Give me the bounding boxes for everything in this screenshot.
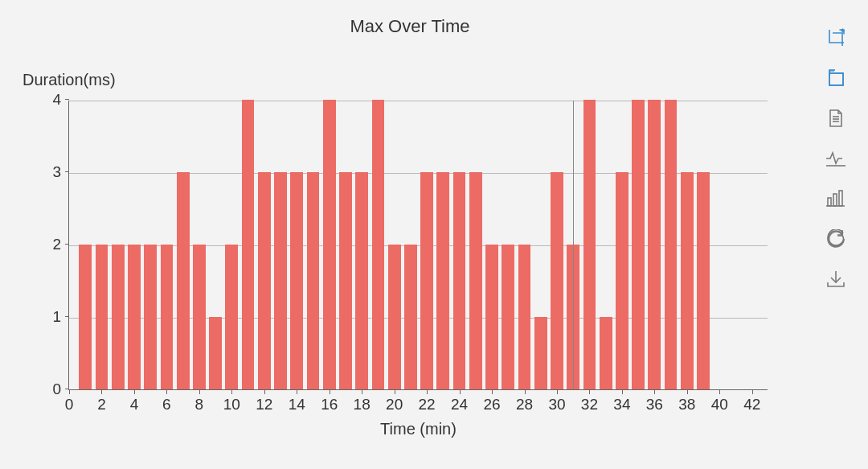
x-tick-mark	[557, 390, 558, 394]
x-tick-mark	[719, 390, 720, 394]
reset-zoom-button[interactable]	[826, 68, 845, 88]
bar[interactable]	[274, 172, 287, 389]
bar[interactable]	[665, 100, 678, 389]
svg-rect-3	[829, 73, 843, 85]
gridline	[69, 101, 768, 101]
bar[interactable]	[144, 245, 157, 389]
bar[interactable]	[502, 245, 514, 389]
chart-toolbar	[820, 0, 868, 469]
bar[interactable]	[404, 245, 417, 389]
bar-chart-icon	[826, 190, 845, 208]
bar[interactable]	[307, 172, 320, 389]
x-tick-mark	[362, 390, 362, 394]
x-tick-mark	[134, 390, 135, 394]
x-tick-mark	[199, 390, 200, 394]
x-axis-label: Time (min)	[380, 420, 457, 438]
chart-title: Max Over Time	[0, 16, 820, 37]
x-tick-mark	[264, 390, 265, 394]
chart-plot[interactable]: Time (min) 01234024681012141618202224262…	[68, 101, 768, 390]
x-tick-mark	[460, 390, 461, 394]
refresh-icon	[826, 229, 845, 249]
bar[interactable]	[225, 245, 238, 389]
gridline	[69, 318, 768, 319]
bar[interactable]	[242, 100, 255, 389]
reset-zoom-icon	[826, 68, 845, 88]
svg-rect-9	[833, 194, 837, 206]
y-tick-mark	[65, 244, 69, 245]
bar[interactable]	[697, 172, 710, 389]
x-tick-mark	[166, 390, 167, 394]
x-tick-mark	[101, 390, 102, 394]
x-tick-mark	[525, 390, 526, 394]
bar[interactable]	[79, 245, 92, 389]
bar[interactable]	[534, 317, 547, 389]
x-tick-mark	[231, 390, 232, 394]
bar-chart-button[interactable]	[826, 189, 845, 208]
bar[interactable]	[339, 172, 352, 389]
x-tick-mark	[589, 390, 590, 394]
y-tick-mark	[65, 171, 69, 172]
y-tick-mark	[65, 99, 69, 100]
bar[interactable]	[632, 100, 645, 389]
x-tick-mark	[330, 390, 330, 394]
y-tick-label: 1	[52, 308, 69, 326]
x-tick-mark	[492, 390, 493, 394]
bar[interactable]	[96, 245, 108, 389]
gridline	[69, 173, 768, 174]
cursor-line	[573, 101, 574, 389]
bar[interactable]	[485, 245, 498, 389]
bar[interactable]	[209, 317, 222, 389]
chart-area: Max Over Time Duration(ms) Time (min) 01…	[0, 0, 820, 469]
download-button[interactable]	[826, 269, 845, 289]
bar[interactable]	[420, 172, 433, 389]
bar[interactable]	[453, 172, 466, 389]
gridline	[69, 245, 768, 246]
bar[interactable]	[616, 172, 628, 389]
svg-rect-8	[828, 198, 831, 206]
y-tick-label: 2	[52, 236, 69, 253]
bar[interactable]	[388, 245, 401, 389]
x-tick-mark	[395, 390, 395, 394]
bar[interactable]	[112, 245, 125, 389]
svg-rect-10	[839, 191, 842, 206]
crop-button[interactable]	[826, 28, 845, 47]
bar[interactable]	[258, 172, 271, 389]
document-button[interactable]	[826, 109, 845, 128]
document-icon	[827, 109, 845, 128]
y-tick-label: 3	[52, 163, 69, 181]
x-tick-mark	[752, 390, 753, 394]
activity-icon	[825, 150, 846, 167]
bar[interactable]	[290, 172, 303, 389]
bar[interactable]	[681, 172, 694, 389]
x-tick-mark	[654, 390, 655, 394]
x-tick-mark	[687, 390, 688, 394]
x-tick-mark	[297, 390, 297, 394]
bar[interactable]	[355, 172, 368, 389]
bar[interactable]	[469, 172, 482, 389]
bar[interactable]	[583, 100, 596, 389]
bar[interactable]	[161, 245, 174, 389]
y-axis-label: Duration(ms)	[23, 71, 116, 89]
bar[interactable]	[323, 100, 336, 389]
refresh-button[interactable]	[826, 229, 845, 249]
bar[interactable]	[518, 245, 531, 389]
bar[interactable]	[600, 317, 612, 389]
download-icon	[826, 270, 845, 288]
y-tick-label: 4	[52, 91, 69, 109]
bar[interactable]	[177, 172, 190, 389]
x-tick-mark	[622, 390, 623, 394]
crop-icon	[826, 28, 845, 47]
activity-button[interactable]	[826, 149, 845, 168]
svg-rect-2	[829, 73, 843, 85]
bar[interactable]	[648, 100, 661, 389]
bar[interactable]	[193, 245, 206, 389]
y-tick-mark	[65, 316, 69, 317]
bar[interactable]	[128, 245, 141, 389]
bar[interactable]	[551, 172, 563, 389]
x-tick-mark	[427, 390, 428, 394]
x-tick-mark	[69, 390, 70, 394]
bar[interactable]	[436, 172, 449, 389]
bar[interactable]	[372, 100, 385, 389]
